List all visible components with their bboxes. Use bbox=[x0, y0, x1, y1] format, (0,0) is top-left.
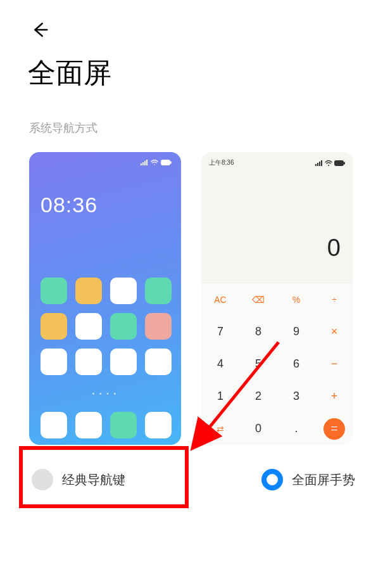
calc-key-7: 7 bbox=[201, 316, 239, 348]
dock-app-icon bbox=[145, 412, 172, 438]
svg-rect-12 bbox=[344, 162, 345, 164]
dock-app-icon bbox=[110, 412, 137, 438]
preview-gesture-nav[interactable]: 上午8:36 0 AC⌫%÷789×456−123+⇄0.= bbox=[201, 152, 353, 445]
option-classic-nav[interactable]: 经典导航键 bbox=[29, 463, 128, 497]
option-classic-label: 经典导航键 bbox=[62, 471, 125, 489]
option-gesture-label: 全面屏手势 bbox=[292, 471, 355, 489]
svg-rect-7 bbox=[317, 163, 318, 166]
svg-rect-6 bbox=[315, 164, 317, 166]
app-icon bbox=[41, 278, 67, 304]
app-icon bbox=[110, 313, 137, 340]
section-label: 系统导航方式 bbox=[29, 120, 97, 136]
svg-rect-9 bbox=[321, 160, 322, 166]
app-icon bbox=[110, 348, 137, 375]
svg-rect-5 bbox=[170, 162, 172, 164]
preview-classic-nav[interactable]: 08:36 ● ● ● ● bbox=[29, 152, 181, 445]
option-gesture-nav[interactable]: 全面屏手势 bbox=[259, 463, 358, 497]
calc-key-8: 8 bbox=[239, 316, 277, 348]
app-icon bbox=[145, 278, 172, 304]
svg-rect-8 bbox=[319, 162, 320, 166]
calc-key-AC: AC bbox=[201, 283, 239, 316]
svg-rect-0 bbox=[141, 163, 142, 165]
calc-key-.: . bbox=[277, 412, 315, 445]
preview-dock bbox=[41, 412, 172, 438]
app-icon bbox=[75, 348, 102, 375]
calc-key-+: + bbox=[315, 380, 353, 412]
app-icon bbox=[75, 278, 102, 304]
app-icon bbox=[41, 313, 67, 340]
radio-unselected-icon bbox=[32, 469, 53, 490]
calc-key-4: 4 bbox=[201, 348, 239, 380]
calc-key-⌫: ⌫ bbox=[239, 283, 277, 316]
app-icon bbox=[145, 313, 172, 340]
calc-key-0: 0 bbox=[239, 412, 277, 445]
calc-key-−: − bbox=[315, 348, 353, 380]
svg-point-10 bbox=[328, 165, 329, 166]
status-time: 上午8:36 bbox=[209, 158, 234, 167]
status-bar: 上午8:36 bbox=[209, 158, 346, 167]
svg-rect-3 bbox=[146, 160, 148, 165]
calc-key-2: 2 bbox=[239, 380, 277, 412]
battery-icon bbox=[161, 160, 172, 165]
status-bar-icons bbox=[141, 160, 172, 165]
page-indicator-dots: ● ● ● ● bbox=[29, 392, 181, 395]
calc-key-1: 1 bbox=[201, 380, 239, 412]
wifi-icon bbox=[151, 160, 158, 165]
app-icon bbox=[41, 348, 67, 375]
calc-key-5: 5 bbox=[239, 348, 277, 380]
calc-key-9: 9 bbox=[277, 316, 315, 348]
preview-clock: 08:36 bbox=[41, 193, 97, 217]
calc-key-%: ⇄ bbox=[201, 412, 239, 445]
signal-icon bbox=[315, 160, 323, 166]
dock-app-icon bbox=[41, 412, 67, 438]
radio-selected-icon bbox=[261, 469, 283, 490]
battery-icon bbox=[334, 160, 346, 166]
calc-key-3: 3 bbox=[277, 380, 315, 412]
calc-key-×: × bbox=[315, 316, 353, 348]
calc-key-÷: ÷ bbox=[315, 283, 353, 316]
app-icon bbox=[145, 348, 172, 375]
app-icon bbox=[110, 278, 137, 304]
svg-rect-1 bbox=[142, 162, 144, 165]
signal-icon bbox=[141, 160, 148, 165]
back-button[interactable] bbox=[30, 20, 49, 39]
svg-rect-2 bbox=[144, 161, 146, 165]
page-title: 全面屏 bbox=[28, 54, 111, 92]
calculator-display: 0 bbox=[327, 234, 341, 262]
calculator-keypad: AC⌫%÷789×456−123+⇄0.= bbox=[201, 283, 353, 445]
svg-rect-4 bbox=[161, 160, 170, 165]
calc-key-=: = bbox=[315, 412, 353, 445]
svg-rect-11 bbox=[334, 160, 344, 166]
calc-key-6: 6 bbox=[277, 348, 315, 380]
dock-app-icon bbox=[75, 412, 102, 438]
wifi-icon bbox=[325, 160, 332, 166]
calc-key-%: % bbox=[277, 283, 315, 316]
app-icon bbox=[75, 313, 102, 340]
preview-app-grid bbox=[41, 278, 172, 375]
